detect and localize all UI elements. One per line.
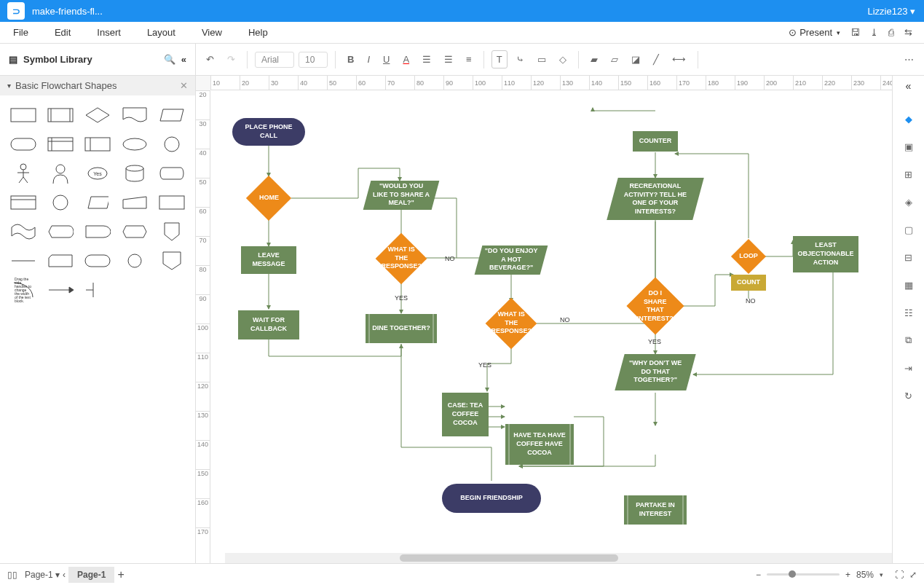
font-select[interactable]: Arial (255, 52, 294, 68)
save-icon[interactable]: 🖫 (850, 27, 860, 38)
history-panel-icon[interactable]: ↻ (902, 389, 915, 402)
node-loop[interactable]: LOOP (731, 239, 766, 274)
bold-button[interactable]: B (343, 51, 358, 68)
menu-layout[interactable]: Layout (134, 27, 189, 38)
node-begin-friendship[interactable]: BEGIN FRIENDSHIP (442, 484, 541, 513)
text-color-button[interactable]: A (398, 51, 414, 68)
node-share-interest[interactable]: DO I SHARE THAT INTEREST? (626, 277, 684, 334)
shapes-section-header[interactable]: ▾ Basic Flowchart Shapes ✕ (0, 76, 195, 95)
node-case[interactable]: CASE: TEA COFFEE COCOA (442, 393, 489, 436)
image-panel-icon[interactable]: ▦ (902, 278, 915, 291)
shape-preparation[interactable] (118, 219, 151, 244)
undo-button[interactable]: ↶ (202, 51, 218, 68)
layers-panel-icon[interactable]: ◈ (902, 195, 915, 208)
zoom-slider[interactable] (767, 573, 840, 576)
line-button[interactable]: ╱ (649, 51, 663, 68)
menu-edit[interactable]: Edit (42, 27, 84, 38)
data-panel-icon[interactable]: ⊟ (902, 251, 915, 264)
shape-user[interactable] (44, 161, 77, 186)
more-button[interactable]: ⋯ (900, 51, 918, 68)
shape-predefined[interactable] (44, 103, 77, 127)
grid-panel-icon[interactable]: ⊞ (902, 168, 915, 181)
node-counter[interactable]: COUNTER (633, 131, 678, 152)
shape-card2[interactable] (44, 248, 77, 273)
layout-mode-icon[interactable]: ▯▯ (7, 570, 17, 580)
collapse-sidebar-icon[interactable]: « (181, 54, 186, 65)
shape-circle[interactable] (118, 248, 151, 273)
node-wait-callback[interactable]: WAIT FOR CALLBACK (238, 310, 299, 339)
node-share-meal[interactable]: "WOULD YOU LIKE TO SHARE A MEAL?" (363, 181, 440, 210)
node-have[interactable]: HAVE TEA HAVE COFFEE HAVE COCOA (505, 424, 574, 465)
page-tab[interactable]: Page-1 (68, 567, 114, 583)
shape-or[interactable] (44, 190, 77, 215)
shape-terminator[interactable] (7, 132, 40, 157)
node-dine[interactable]: DINE TOGETHER? (366, 314, 437, 343)
shape-connector[interactable] (155, 132, 188, 157)
node-response1[interactable]: WHAT IS THE RESPONSE? (376, 233, 427, 285)
zoom-level[interactable]: 85% (856, 570, 874, 580)
shape-card[interactable] (7, 190, 40, 215)
node-home[interactable]: HOME (246, 176, 291, 221)
shape-decision[interactable] (82, 103, 114, 127)
shape-arrow[interactable] (44, 278, 77, 302)
fit-screen-icon[interactable]: ⛶ (895, 570, 904, 580)
shape-ellipse[interactable] (118, 132, 151, 157)
text-tool-button[interactable]: T (491, 50, 508, 68)
close-section-icon[interactable]: ✕ (180, 80, 188, 91)
collapse-right-icon[interactable]: « (906, 80, 912, 92)
node-least-objectionable[interactable]: LEAST OBJECTIONABLE ACTION (793, 236, 858, 272)
add-page-icon[interactable]: + (117, 568, 124, 581)
font-size-select[interactable]: 10 (299, 52, 328, 68)
node-hot-beverage[interactable]: "DO YOU ENJOY A HOT BEVERAGE?" (475, 246, 548, 275)
menu-view[interactable]: View (189, 27, 235, 38)
menu-file[interactable]: File (0, 27, 42, 38)
zoom-in-icon[interactable]: + (845, 570, 850, 580)
fill-button[interactable]: ▰ (586, 51, 602, 68)
line-style-button[interactable]: ⟷ (668, 51, 690, 68)
share-icon[interactable]: ⇆ (904, 27, 912, 38)
shape-document[interactable] (118, 103, 151, 127)
shape-display[interactable] (44, 219, 77, 244)
present-button[interactable]: ⊙ Present ▾ (789, 27, 840, 38)
shape-actor[interactable] (7, 161, 40, 186)
shape-process[interactable] (7, 103, 40, 127)
connector-button[interactable]: ⤷ (512, 51, 529, 68)
redo-button[interactable]: ↷ (223, 51, 240, 68)
shape-internal-storage[interactable] (44, 132, 77, 157)
shape-tape[interactable] (7, 219, 40, 244)
line-spacing-button[interactable]: ≡ (462, 51, 476, 68)
shape-offpage2[interactable] (155, 248, 188, 273)
horizontal-scrollbar[interactable] (225, 553, 892, 563)
shape-loop-limit[interactable] (155, 190, 188, 215)
fullscreen-icon[interactable]: ⤢ (909, 570, 917, 580)
shape-manual-input[interactable] (118, 190, 151, 215)
align-left-button[interactable]: ☰ (418, 51, 435, 68)
print-icon[interactable]: ⎙ (888, 27, 894, 38)
italic-button[interactable]: I (363, 51, 374, 68)
shape-yes-connector[interactable]: Yes (82, 161, 114, 186)
tree-panel-icon[interactable]: ☷ (902, 306, 915, 319)
node-leave-message[interactable]: LEAVE MESSAGE (241, 246, 296, 274)
menu-help[interactable]: Help (235, 27, 281, 38)
node-response2[interactable]: WHAT IS THE RESPONSE? (486, 298, 537, 350)
canvas[interactable]: PLACE PHONE CALL HOME LEAVE MESSAGE WAIT… (210, 90, 892, 563)
export-panel-icon[interactable]: ▣ (902, 140, 915, 153)
copy-panel-icon[interactable]: ⧉ (902, 334, 915, 347)
menu-insert[interactable]: Insert (84, 27, 134, 38)
shadow-button[interactable]: ◪ (627, 51, 644, 68)
node-why-dont[interactable]: "WHY DON'T WE DO THAT TOGETHER?" (615, 354, 695, 390)
shape-direct-data[interactable] (155, 161, 188, 186)
shape-line[interactable] (7, 248, 40, 273)
prev-page-icon[interactable]: ‹ (63, 570, 66, 580)
shape-database[interactable] (118, 161, 151, 186)
underline-button[interactable]: U (379, 51, 394, 68)
node-place-call[interactable]: PLACE PHONE CALL (232, 118, 305, 146)
align-center-button[interactable]: ☰ (440, 51, 457, 68)
present-panel-icon[interactable]: ▢ (902, 223, 915, 236)
border-button[interactable]: ▱ (607, 51, 623, 68)
node-recreational[interactable]: RECREATIONAL ACTIVITY? TELL HE ONE OF YO… (607, 178, 704, 220)
shape-data[interactable] (155, 103, 188, 127)
user-menu[interactable]: Lizzie123 ▾ (858, 6, 924, 17)
zoom-out-icon[interactable]: − (756, 570, 761, 580)
shape-stored-data[interactable] (82, 132, 114, 157)
